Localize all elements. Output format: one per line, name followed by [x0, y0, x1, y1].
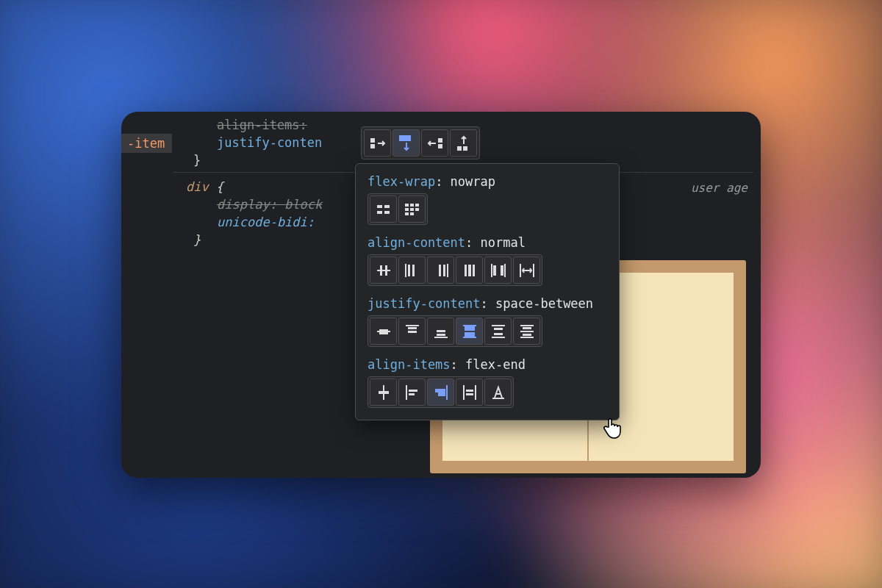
svg-rect-4 [438, 138, 442, 143]
align-items-section: align-items: flex-end [368, 357, 607, 408]
svg-rect-25 [412, 265, 415, 276]
justify-content-section: justify-content: space-between [368, 296, 607, 347]
justify-content-center-button[interactable] [370, 318, 397, 345]
flex-direction-column-button[interactable] [392, 129, 420, 157]
flex-wrap-nowrap-button[interactable] [370, 196, 397, 223]
svg-rect-13 [410, 204, 414, 207]
svg-rect-50 [465, 327, 474, 330]
svg-rect-11 [384, 211, 390, 214]
svg-rect-51 [465, 333, 474, 336]
svg-rect-9 [384, 205, 390, 208]
svg-rect-68 [439, 393, 445, 395]
svg-rect-21 [380, 265, 382, 276]
svg-rect-18 [405, 212, 409, 215]
svg-rect-22 [385, 265, 387, 276]
svg-rect-1 [370, 144, 375, 148]
align-content-label: align-content: normal [368, 235, 607, 250]
flex-direction-row-button[interactable] [364, 129, 391, 157]
svg-rect-0 [370, 138, 375, 143]
flex-wrap-label: flex-wrap: nowrap [368, 174, 607, 189]
svg-rect-64 [409, 390, 417, 392]
selector-badge: -item [121, 134, 172, 153]
align-content-button-group [368, 254, 542, 286]
svg-rect-60 [523, 334, 531, 336]
align-items-stretch-button[interactable] [456, 379, 483, 406]
svg-rect-62 [379, 391, 389, 394]
svg-rect-28 [443, 265, 445, 276]
justify-content-space-between-button[interactable] [456, 318, 483, 345]
svg-rect-3 [406, 136, 410, 140]
code-unicode-bidi[interactable]: unicode-bidi: [217, 215, 315, 229]
svg-rect-27 [439, 265, 441, 276]
justify-content-space-evenly-button[interactable] [513, 318, 540, 345]
svg-rect-71 [466, 390, 473, 392]
svg-rect-44 [408, 331, 417, 333]
align-content-center-button[interactable] [370, 257, 397, 284]
align-items-center-button[interactable] [370, 379, 397, 406]
align-content-space-between-button[interactable] [484, 257, 512, 284]
svg-rect-72 [466, 393, 473, 395]
align-items-end-button[interactable] [427, 379, 454, 406]
flexbox-editor-popover: flex-wrap: nowrap align-content: normal [355, 163, 620, 420]
svg-rect-6 [457, 146, 462, 151]
align-content-section: align-content: normal [368, 235, 607, 286]
align-items-label: align-items: flex-end [368, 357, 607, 372]
svg-rect-35 [493, 265, 496, 276]
justify-content-button-group [368, 315, 542, 347]
svg-rect-59 [523, 327, 531, 329]
flex-direction-button-group [361, 126, 480, 159]
svg-rect-41 [379, 332, 388, 334]
justify-content-space-around-button[interactable] [484, 318, 512, 345]
svg-rect-15 [405, 208, 409, 211]
flex-wrap-button-group [368, 193, 428, 225]
svg-rect-55 [494, 333, 503, 335]
align-items-button-group [368, 376, 514, 408]
code-line-justify[interactable]: justify-conten [217, 135, 322, 150]
svg-rect-8 [377, 205, 382, 208]
svg-rect-36 [501, 265, 503, 276]
svg-rect-67 [436, 390, 445, 392]
code-line-ghost: align-items: [217, 118, 307, 132]
svg-rect-10 [377, 211, 382, 214]
align-content-stretch-button[interactable] [513, 257, 540, 284]
code-selector-div[interactable]: div { [186, 179, 223, 194]
justify-content-start-button[interactable] [398, 318, 426, 345]
flex-wrap-section: flex-wrap: nowrap [368, 174, 607, 225]
svg-rect-7 [463, 146, 467, 151]
svg-rect-14 [415, 204, 419, 207]
svg-rect-2 [400, 136, 404, 140]
svg-rect-30 [473, 265, 475, 276]
justify-content-end-button[interactable] [427, 318, 454, 345]
svg-rect-5 [438, 144, 442, 148]
svg-rect-12 [405, 204, 409, 207]
svg-rect-19 [410, 212, 414, 215]
align-content-end-button[interactable] [427, 257, 454, 284]
code-brace-close-1: } [193, 153, 201, 168]
align-content-start-button[interactable] [398, 257, 426, 284]
svg-rect-16 [410, 208, 414, 211]
svg-rect-47 [437, 334, 445, 336]
svg-rect-40 [379, 329, 388, 331]
svg-rect-54 [494, 328, 503, 330]
flex-direction-row-reverse-button[interactable] [421, 129, 448, 157]
align-content-space-around-button[interactable] [456, 257, 483, 284]
svg-rect-29 [465, 265, 467, 276]
flex-wrap-wrap-button[interactable] [398, 196, 426, 223]
svg-rect-46 [437, 330, 445, 332]
user-agent-label: user age [691, 181, 747, 195]
align-items-baseline-button[interactable] [484, 379, 512, 406]
devtools-panel: -item align-items: justify-conten } div … [121, 112, 761, 478]
flex-direction-column-reverse-button[interactable] [450, 129, 477, 157]
code-brace-close-2: } [193, 232, 201, 247]
svg-rect-17 [415, 208, 419, 211]
svg-rect-43 [408, 327, 417, 329]
align-items-start-button[interactable] [398, 379, 426, 406]
justify-content-label: justify-content: space-between [368, 296, 607, 311]
code-display-struck[interactable]: display: block [217, 197, 322, 212]
svg-rect-65 [409, 393, 415, 395]
svg-rect-24 [408, 265, 410, 276]
